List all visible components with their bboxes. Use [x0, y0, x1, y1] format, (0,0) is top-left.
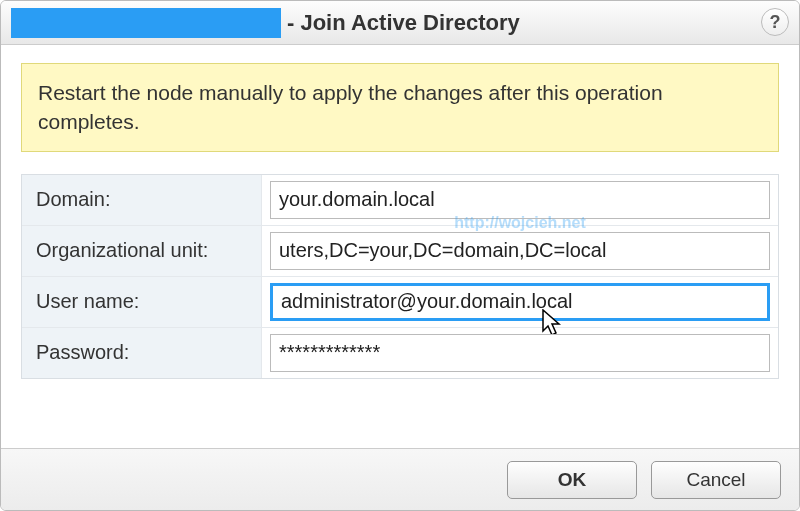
ou-input[interactable] [270, 232, 770, 270]
dialog-titlebar: - Join Active Directory ? [1, 1, 799, 45]
label-ou: Organizational unit: [22, 226, 262, 276]
cell-password [262, 328, 778, 378]
label-password: Password: [22, 328, 262, 378]
row-ou: Organizational unit: http://wojcieh.net [22, 226, 778, 277]
cell-username [262, 277, 778, 327]
title-redacted-block [11, 8, 281, 38]
form-table: Domain: Organizational unit: http://wojc… [21, 174, 779, 379]
domain-input[interactable] [270, 181, 770, 219]
ok-button[interactable]: OK [507, 461, 637, 499]
help-icon: ? [770, 12, 781, 33]
row-username: User name: [22, 277, 778, 328]
row-domain: Domain: [22, 175, 778, 226]
label-username: User name: [22, 277, 262, 327]
cancel-button[interactable]: Cancel [651, 461, 781, 499]
row-password: Password: [22, 328, 778, 378]
label-domain: Domain: [22, 175, 262, 225]
password-input[interactable] [270, 334, 770, 372]
username-input[interactable] [270, 283, 770, 321]
dialog-footer: OK Cancel [1, 448, 799, 510]
ok-button-label: OK [558, 469, 587, 491]
cell-domain [262, 175, 778, 225]
cell-ou: http://wojcieh.net [262, 226, 778, 276]
cancel-button-label: Cancel [686, 469, 745, 491]
dialog-title: - Join Active Directory [287, 10, 520, 36]
join-active-directory-dialog: - Join Active Directory ? Restart the no… [0, 0, 800, 511]
dialog-content: Restart the node manually to apply the c… [1, 45, 799, 448]
help-button[interactable]: ? [761, 8, 789, 36]
restart-notice: Restart the node manually to apply the c… [21, 63, 779, 152]
